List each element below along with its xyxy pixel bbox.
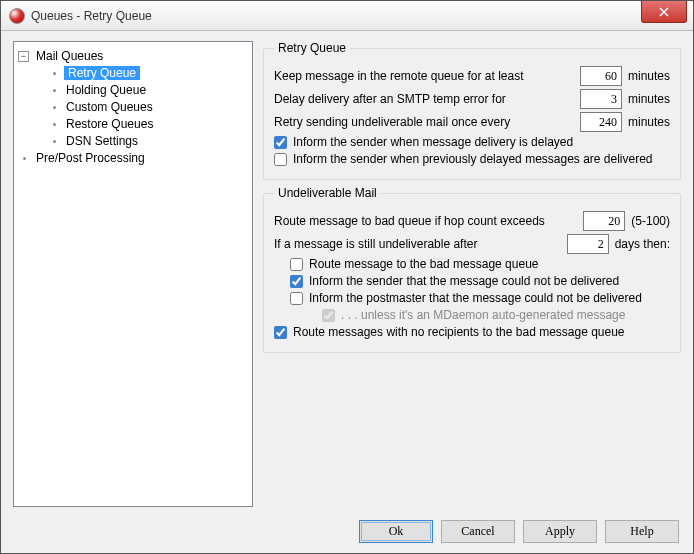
retry-queue-group: Retry Queue Keep message in the remote q…: [263, 41, 681, 180]
button-bar: Ok Cancel Apply Help: [1, 509, 693, 553]
titlebar: Queues - Retry Queue: [1, 1, 693, 31]
days-unit-label: days then:: [615, 237, 670, 251]
unit-label: minutes: [628, 92, 670, 106]
retry-minutes-input[interactable]: [580, 112, 622, 132]
days-input[interactable]: [567, 234, 609, 254]
app-icon: [9, 8, 25, 24]
collapse-icon[interactable]: −: [18, 51, 29, 62]
hop-range-label: (5-100): [631, 214, 670, 228]
inform-sender-label: Inform the sender that the message could…: [309, 274, 619, 288]
keep-minutes-input[interactable]: [580, 66, 622, 86]
tree-dot-icon: [53, 89, 56, 92]
unless-auto-label: . . . unless it's an MDaemon auto-genera…: [341, 308, 625, 322]
inform-sender-checkbox[interactable]: [290, 275, 303, 288]
unless-auto-checkbox: [322, 309, 335, 322]
group-legend: Undeliverable Mail: [274, 186, 381, 200]
route-norecip-label: Route messages with no recipients to the…: [293, 325, 625, 339]
undeliverable-group: Undeliverable Mail Route message to bad …: [263, 186, 681, 353]
tree-dot-icon: [53, 123, 56, 126]
retry-every-label: Retry sending undeliverable mail once ev…: [274, 115, 510, 129]
unit-label: minutes: [628, 69, 670, 83]
route-bad-checkbox[interactable]: [290, 258, 303, 271]
delay-label: Delay delivery after an SMTP temp error …: [274, 92, 506, 106]
tree-label: Holding Queue: [64, 83, 148, 97]
dialog-window: Queues - Retry Queue − Mail Queues Retry…: [0, 0, 694, 554]
tree-label: Retry Queue: [64, 66, 140, 80]
tree-node-restore-queues[interactable]: Restore Queues: [48, 116, 248, 133]
help-button[interactable]: Help: [605, 520, 679, 543]
tree-node-retry-queue[interactable]: Retry Queue: [48, 65, 248, 82]
apply-button[interactable]: Apply: [523, 520, 597, 543]
route-norecip-checkbox[interactable]: [274, 326, 287, 339]
tree-dot-icon: [53, 140, 56, 143]
tree-dot-icon: [23, 157, 26, 160]
tree-label: Custom Queues: [64, 100, 155, 114]
days-label: If a message is still undeliverable afte…: [274, 237, 477, 251]
tree-node-pre-post[interactable]: Pre/Post Processing: [18, 150, 248, 167]
group-legend: Retry Queue: [274, 41, 350, 55]
unit-label: minutes: [628, 115, 670, 129]
inform-delay-label: Inform the sender when message delivery …: [293, 135, 573, 149]
delay-minutes-input[interactable]: [580, 89, 622, 109]
tree-node-dsn-settings[interactable]: DSN Settings: [48, 133, 248, 150]
window-title: Queues - Retry Queue: [31, 9, 641, 23]
close-icon: [659, 7, 669, 17]
tree-label: DSN Settings: [64, 134, 140, 148]
tree-pane: − Mail Queues Retry Queue Holding Queue …: [13, 41, 253, 507]
keep-label: Keep message in the remote queue for at …: [274, 69, 524, 83]
inform-postmaster-checkbox[interactable]: [290, 292, 303, 305]
inform-delay-checkbox[interactable]: [274, 136, 287, 149]
cancel-button[interactable]: Cancel: [441, 520, 515, 543]
tree-node-mail-queues[interactable]: − Mail Queues Retry Queue Holding Queue …: [18, 48, 248, 150]
tree-node-holding-queue[interactable]: Holding Queue: [48, 82, 248, 99]
tree-label: Mail Queues: [34, 49, 105, 63]
inform-prev-checkbox[interactable]: [274, 153, 287, 166]
inform-postmaster-label: Inform the postmaster that the message c…: [309, 291, 642, 305]
tree-label: Restore Queues: [64, 117, 155, 131]
settings-pane: Retry Queue Keep message in the remote q…: [263, 41, 681, 507]
tree-node-custom-queues[interactable]: Custom Queues: [48, 99, 248, 116]
close-button[interactable]: [641, 1, 687, 23]
route-bad-label: Route message to the bad message queue: [309, 257, 539, 271]
ok-button[interactable]: Ok: [359, 520, 433, 543]
tree-label: Pre/Post Processing: [34, 151, 147, 165]
hop-count-input[interactable]: [583, 211, 625, 231]
tree-dot-icon: [53, 106, 56, 109]
tree-dot-icon: [53, 72, 56, 75]
inform-prev-label: Inform the sender when previously delaye…: [293, 152, 653, 166]
hop-label: Route message to bad queue if hop count …: [274, 214, 545, 228]
